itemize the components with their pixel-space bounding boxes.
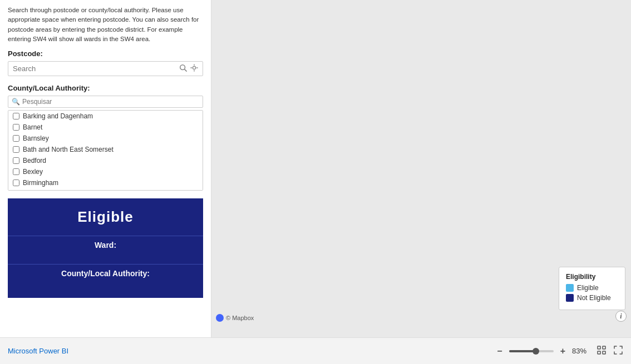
legend-not-eligible-label: Not Eligible [577, 294, 611, 302]
county-list-item[interactable]: Barnsley [8, 133, 203, 144]
map-area[interactable]: Eligibility Eligible Not Eligible © Mapb… [211, 0, 631, 337]
county-checkbox-1[interactable] [13, 124, 19, 131]
county-checkbox-6[interactable] [13, 179, 19, 186]
mapbox-label: © Mapbox [226, 315, 254, 321]
legend-box: Eligibility Eligible Not Eligible [559, 267, 625, 310]
county-list-item[interactable]: Birmingham [8, 177, 203, 188]
bottom-right-icons [597, 345, 623, 357]
county-checkbox-5[interactable] [13, 168, 19, 175]
svg-rect-4 [603, 346, 605, 349]
county-item-label: Barking and Dagenham [23, 112, 93, 120]
mapbox-logo: © Mapbox [216, 314, 254, 322]
postcode-label: Postcode: [8, 49, 203, 58]
county-list-item[interactable]: Blackburn with Darwen [8, 188, 203, 191]
zoom-slider-fill [509, 350, 536, 352]
zoom-controls: − + 83% [495, 345, 623, 357]
county-checkbox-0[interactable] [13, 113, 19, 119]
county-list-item[interactable]: Bexley [8, 166, 203, 177]
county-authority-label: County/Local Authority: [13, 269, 198, 278]
svg-rect-6 [603, 351, 605, 354]
county-checkbox-3[interactable] [13, 146, 19, 153]
svg-rect-5 [598, 351, 600, 354]
county-item-label: Barnsley [23, 134, 49, 142]
zoom-slider[interactable] [509, 350, 554, 352]
postcode-search-wrapper [8, 61, 203, 76]
svg-point-2 [193, 66, 195, 69]
zoom-in-button[interactable]: + [558, 346, 568, 356]
zoom-out-button[interactable]: − [495, 346, 504, 356]
legend-eligible: Eligible [566, 284, 618, 292]
ward-label: Ward: [13, 241, 198, 250]
eligible-section: Eligible [8, 198, 203, 236]
legend-title: Eligibility [566, 273, 618, 281]
legend-eligible-label: Eligible [577, 284, 599, 292]
bottom-bar: Microsoft Power BI − + 83% [0, 337, 631, 364]
left-panel: Search through postcode or county/local … [0, 0, 211, 337]
county-search-icon: 🔍 [12, 98, 20, 106]
county-section-label: County/Local Authority: [8, 84, 203, 92]
fit-screen-button[interactable] [597, 345, 607, 357]
legend-not-eligible: Not Eligible [566, 294, 618, 302]
legend-eligible-color [566, 284, 574, 292]
mapbox-logo-icon [216, 314, 224, 322]
county-checkbox-2[interactable] [13, 135, 19, 142]
county-item-label: Bedford [23, 157, 46, 164]
county-authority-section: County/Local Authority: [8, 264, 203, 298]
svg-rect-3 [598, 346, 600, 349]
county-search-input[interactable] [22, 98, 199, 106]
zoom-slider-thumb[interactable] [533, 348, 539, 355]
county-item-label: Bath and North East Somerset [23, 146, 114, 153]
postcode-search-button[interactable] [179, 64, 187, 73]
county-list-item[interactable]: Barking and Dagenham [8, 111, 203, 122]
county-item-label: Birmingham [23, 179, 58, 187]
postcode-search-input[interactable] [13, 64, 177, 73]
eligible-title: Eligible [13, 208, 198, 226]
zoom-level: 83% [572, 347, 592, 355]
county-list: Barking and DagenhamBarnetBarnsleyBath a… [8, 110, 203, 191]
county-list-item[interactable]: Bath and North East Somerset [8, 144, 203, 155]
county-item-label: Bexley [23, 168, 43, 176]
fullscreen-button[interactable] [613, 345, 623, 357]
location-icon-button[interactable] [190, 64, 198, 73]
legend-not-eligible-color [566, 294, 574, 302]
county-item-label: Barnet [23, 123, 42, 131]
ward-section: Ward: [8, 236, 203, 264]
county-search-wrapper: 🔍 [8, 96, 203, 108]
power-bi-link[interactable]: Microsoft Power BI [8, 347, 68, 355]
county-item-label: Blackburn with Darwen [23, 190, 91, 191]
county-list-item[interactable]: Barnet [8, 122, 203, 133]
svg-line-1 [185, 69, 187, 72]
county-list-item[interactable]: Bedford [8, 155, 203, 166]
county-checkbox-4[interactable] [13, 157, 19, 164]
description-text: Search through postcode or county/local … [8, 6, 203, 44]
info-icon[interactable]: i [615, 311, 627, 322]
